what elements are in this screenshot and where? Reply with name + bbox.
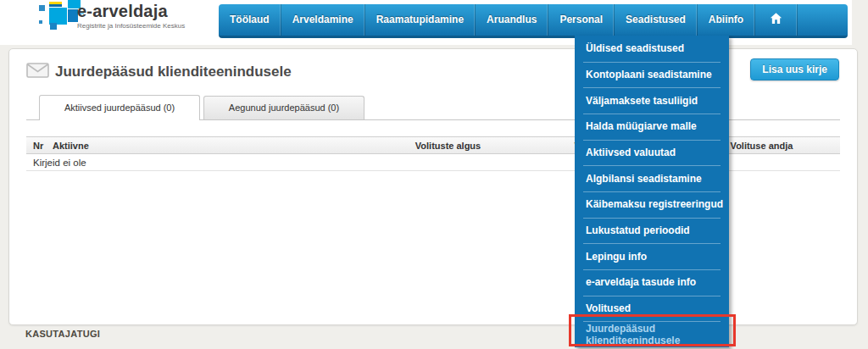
app-window: e-arveldaja Registrite ja Infosüsteemide… <box>0 0 868 349</box>
main-navbar: TöölaudArveldamineRaamatupidamineAruandl… <box>219 4 848 38</box>
column-header: Nr <box>26 137 47 154</box>
dropdown-item[interactable]: Üldised seadistused <box>575 36 729 62</box>
dropdown-item[interactable]: Volitused <box>575 296 729 322</box>
tab-aktiivsed[interactable]: Aktiivsed juurdepääsud (0) <box>39 95 200 120</box>
tab-aegunud[interactable]: Aegunud juurdepääsud (0) <box>203 96 364 119</box>
dropdown-item[interactable]: Juurdepääsud klienditeenindusele <box>575 321 729 347</box>
nav-items: TöölaudArveldamineRaamatupidamineAruandl… <box>219 4 755 36</box>
logo-title: e-arveldaja <box>77 2 185 21</box>
dropdown-item[interactable]: Väljamaksete tasuliigid <box>575 87 729 114</box>
home-icon <box>769 12 783 29</box>
nav-item-home[interactable] <box>755 4 798 36</box>
dropdown-item[interactable]: Algbilansi seadistamine <box>575 165 729 191</box>
dropdown-item[interactable]: Käibemaksu registreeringud <box>575 191 729 218</box>
add-record-button[interactable]: Lisa uus kirje <box>750 58 839 80</box>
dropdown-item[interactable]: e-arveldaja tasude info <box>575 269 729 296</box>
logo-icon <box>0 0 85 30</box>
dropdown-item[interactable]: Lukustatud perioodid <box>575 218 729 244</box>
nav-item-personal[interactable]: Personal <box>548 4 615 36</box>
nav-item-arveldamine[interactable]: Arveldamine <box>281 4 365 36</box>
logo[interactable]: e-arveldaja Registrite ja Infosüsteemide… <box>77 2 185 30</box>
page-title: Juurdepääsud klienditeenindusele <box>55 64 292 80</box>
logo-subtitle: Registrite ja Infosüsteemide Keskus <box>77 22 185 30</box>
nav-item-toolaud[interactable]: Töölaud <box>219 4 281 36</box>
dropdown-item[interactable]: Halda müügiarve malle <box>575 114 729 140</box>
column-header: Aktiivne <box>47 137 370 154</box>
dropdown-item[interactable]: Kontoplaani seadistamine <box>575 62 729 88</box>
footer-support-link[interactable]: KASUTAJATUGI <box>25 329 100 339</box>
nav-item-seadistused[interactable]: Seadistused <box>615 4 698 36</box>
envelope-icon <box>26 63 49 81</box>
nav-item-aruandlus[interactable]: Aruandlus <box>476 4 548 36</box>
nav-item-abiinfo[interactable]: Abiinfo <box>698 4 755 36</box>
settings-dropdown: Üldised seadistusedKontoplaani seadistam… <box>575 36 729 347</box>
dropdown-item[interactable]: Lepingu info <box>575 243 729 269</box>
column-header: Volituste algus <box>370 137 526 154</box>
content-card: Juurdepääsud klienditeenindusele Lisa uu… <box>8 48 858 325</box>
dropdown-item[interactable]: Aktiivsed valuutad <box>575 140 729 166</box>
nav-item-raamatupidamine[interactable]: Raamatupidamine <box>365 4 476 36</box>
